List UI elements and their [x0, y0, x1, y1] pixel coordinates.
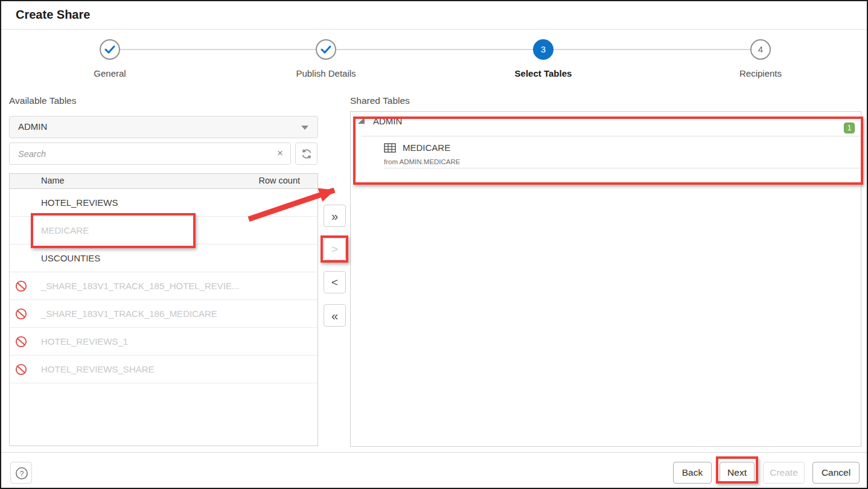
table-row-label: _SHARE_183V1_TRACK_186_MEDICARE	[41, 308, 217, 319]
stepper-track	[110, 49, 761, 50]
move-left-button[interactable]: <	[324, 271, 346, 293]
available-tables-table: Name Row count HOTEL_REVIEWS MEDICARE US…	[9, 173, 318, 446]
step-upcoming-circle: 4	[750, 39, 771, 60]
chevron-down-icon	[301, 126, 308, 130]
search-input[interactable]	[11, 144, 270, 163]
tree-divider	[384, 168, 861, 168]
dialog-titlebar: Create Share	[1, 1, 867, 30]
step-general[interactable]: General	[49, 39, 170, 78]
tree-expander-icon[interactable]	[358, 117, 365, 124]
step-label: Recipients	[700, 68, 821, 78]
prohibited-icon	[15, 363, 27, 377]
step-recipients[interactable]: 4 Recipients	[700, 39, 821, 78]
step-done-circle	[100, 39, 120, 60]
shared-table-medicare[interactable]: MEDICARE	[403, 142, 450, 153]
prohibited-icon	[15, 336, 27, 350]
shared-tables-panel: ADMIN 1 MEDICARE from ADMIN.MEDICARE	[350, 111, 861, 447]
prohibited-icon	[15, 308, 27, 322]
clear-search-icon[interactable]: ×	[277, 147, 283, 159]
shared-table-source: from ADMIN.MEDICARE	[384, 158, 461, 165]
table-row-label: HOTEL_REVIEWS_SHARE	[41, 364, 155, 374]
tree-group-admin[interactable]: ADMIN	[373, 116, 402, 126]
table-row-hotel-reviews-share[interactable]: HOTEL_REVIEWS_SHARE	[10, 356, 318, 383]
schema-dropdown[interactable]: ADMIN	[9, 116, 318, 138]
table-row-share-track-186[interactable]: _SHARE_183V1_TRACK_186_MEDICARE	[10, 300, 318, 328]
refresh-icon	[301, 148, 313, 160]
cancel-button[interactable]: Cancel	[812, 462, 860, 484]
table-row-medicare[interactable]: MEDICARE	[10, 217, 318, 245]
table-header: Name Row count	[10, 174, 318, 189]
table-row-label: USCOUNTIES	[41, 253, 100, 263]
column-header-row-count[interactable]: Row count	[258, 176, 300, 185]
count-badge: 1	[844, 123, 855, 133]
step-select-tables[interactable]: 3 Select Tables	[483, 39, 604, 78]
schema-dropdown-value: ADMIN	[18, 121, 47, 132]
step-label: General	[49, 68, 170, 78]
help-icon: ?	[15, 467, 28, 480]
check-icon	[104, 45, 115, 54]
check-icon	[321, 45, 331, 54]
step-done-circle	[316, 39, 336, 60]
table-row-label: HOTEL_REVIEWS_1	[41, 336, 128, 347]
available-tables-heading: Available Tables	[9, 95, 76, 106]
column-header-name[interactable]: Name	[41, 176, 65, 185]
step-publish-details[interactable]: Publish Details	[266, 39, 386, 78]
dialog-title: Create Share	[16, 8, 90, 22]
table-row-share-track-185[interactable]: _SHARE_183V1_TRACK_185_HOTEL_REVIE...	[10, 272, 318, 300]
next-button[interactable]: Next	[720, 462, 755, 484]
create-share-dialog: Create Share General Publish Details 3 S…	[0, 0, 868, 489]
back-button[interactable]: Back	[673, 462, 712, 484]
table-row-hotel-reviews-1[interactable]: HOTEL_REVIEWS_1	[10, 328, 318, 356]
table-row-hotel-reviews[interactable]: HOTEL_REVIEWS	[10, 189, 318, 217]
prohibited-icon	[15, 280, 27, 294]
step-current-circle: 3	[533, 39, 554, 60]
search-box: ×	[9, 142, 291, 165]
table-row-label: MEDICARE	[41, 225, 89, 235]
step-label: Select Tables	[483, 68, 604, 78]
help-button[interactable]: ?	[10, 462, 32, 484]
svg-text:?: ?	[20, 470, 24, 478]
table-row-label: _SHARE_183V1_TRACK_185_HOTEL_REVIE...	[41, 281, 240, 291]
refresh-button[interactable]	[295, 142, 318, 165]
table-grid-icon	[384, 143, 396, 155]
shared-tables-heading: Shared Tables	[350, 95, 410, 106]
tree-divider	[362, 136, 861, 136]
move-all-right-button[interactable]: »	[324, 205, 346, 227]
footer-divider	[1, 452, 867, 453]
create-button[interactable]: Create	[763, 462, 805, 484]
table-row-label: HOTEL_REVIEWS	[41, 197, 118, 208]
step-label: Publish Details	[266, 68, 386, 78]
table-row-uscounties[interactable]: USCOUNTIES	[10, 245, 318, 272]
move-all-left-button[interactable]: «	[324, 304, 346, 327]
move-right-button[interactable]: >	[324, 238, 346, 260]
